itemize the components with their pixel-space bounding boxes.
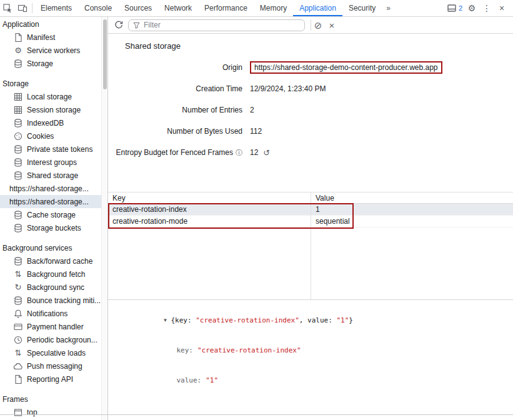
settings-button[interactable]: ⚙ [464,0,479,17]
section-title: Storage [0,76,101,90]
sidebar-item-local-storage[interactable]: Local storage [0,90,101,103]
field-label: Entropy Budget for Fenced Framesⓘ [108,148,242,158]
entry-preview-pane: ▼{key: "creative-rotation-index", value:… [108,299,513,414]
sidebar-item-top-frame[interactable]: top [0,406,101,419]
reset-budget-button undo-icon[interactable]: ↺ [263,148,270,158]
sidebar-item-shared-storage-origin-2[interactable]: https://shared-storage... [0,195,101,208]
column-header-key[interactable]: Key [108,194,311,202]
cloud-icon [13,361,23,371]
column-divider [311,192,311,299]
sidebar-item-background-sync[interactable]: ↻ Background sync [0,281,101,294]
sidebar-item-bounce-tracking[interactable]: Bounce tracking miti... [0,294,101,307]
sidebar-item-shared-storage[interactable]: Shared storage [0,169,101,182]
table-icon [13,92,23,102]
column-header-value[interactable]: Value [311,194,513,202]
database-icon [13,210,23,220]
close-devtools-button[interactable]: × [494,0,509,17]
bytes-value: 112 [250,127,262,136]
sidebar-item-label: Background sync [27,283,84,292]
sidebar-item-storage[interactable]: Storage [0,57,101,70]
delete-x-icon: × [329,21,335,30]
inspect-element-button[interactable] [0,0,15,16]
filter-box[interactable] [128,19,305,31]
entry-value: 1 [311,205,513,214]
tab-memory[interactable]: Memory [254,0,293,16]
refresh-button[interactable] [112,18,126,32]
devices-icon [17,3,27,13]
sidebar-item-cache-storage[interactable]: Cache storage [0,208,101,221]
kebab-icon: ⋮ [482,4,491,12]
sidebar-item-speculative-loads[interactable]: ⇅ Speculative loads [0,346,101,359]
field-row-creation-time: Creation Time 12/9/2024, 1:23:40 PM [108,78,513,99]
database-icon [13,158,23,168]
object-preview-summary: ▼{key: "creative-rotation-index", value:… [113,306,513,336]
up-down-arrows-icon: ⇅ [13,348,23,358]
sidebar-item-label: Speculative loads [27,349,86,358]
entropy-value: 12 [250,148,258,157]
sidebar-item-storage-buckets[interactable]: Storage buckets [0,221,101,234]
sidebar-item-shared-storage-origin-1[interactable]: https://shared-storage... [0,182,101,195]
sidebar-item-label: Back/forward cache [27,257,92,266]
sidebar-item-label: Push messaging [27,362,82,371]
sidebar-item-notifications[interactable]: Notifications [0,307,101,320]
sidebar-item-label: Periodic backgroun... [27,336,97,344]
sidebar-item-label: Notifications [27,309,67,318]
scrollbar-thumb[interactable] [103,19,107,89]
application-sidebar: Application Manifest ⚙ Service workers S… [0,17,101,420]
console-drawer-badge[interactable]: 2 [445,0,464,17]
sidebar-item-back-forward-cache[interactable]: Back/forward cache [0,254,101,268]
sidebar-item-private-state-tokens[interactable]: Private state tokens [0,142,101,156]
more-tabs-button[interactable]: » [382,0,395,16]
bottom-divider [0,414,513,415]
field-label-text: Entropy Budget for Fenced Frames [116,148,233,157]
field-label: Creation Time [108,84,242,93]
clear-all-button[interactable]: ⊘ [311,18,325,32]
sidebar-item-service-workers[interactable]: ⚙ Service workers [0,44,101,57]
preview-token: {key: [171,316,196,324]
field-row-number-of-entries: Number of Entries 2 [108,99,513,121]
card-icon [13,322,23,332]
sidebar-item-label: top [27,408,37,417]
frame-icon [13,408,23,418]
expander-triangle-icon[interactable]: ▼ [162,316,171,326]
sidebar-item-background-fetch[interactable]: ⇅ Background fetch [0,268,101,281]
sidebar-item-reporting-api[interactable]: Reporting API [0,372,101,386]
database-icon [13,118,23,128]
metadata-view: Origin https://shared-storage-demo-conte… [108,57,513,163]
sidebar-scrollbar[interactable] [101,17,108,420]
sidebar-item-periodic-background-sync[interactable]: Periodic backgroun... [0,333,101,346]
more-options-button[interactable]: ⋮ [479,0,494,17]
toolbar-divider [32,3,32,13]
sidebar-item-label: Local storage [27,92,72,101]
sidebar-item-indexeddb[interactable]: IndexedDB [0,116,101,129]
database-icon [13,59,23,69]
gear-icon: ⚙ [468,4,476,12]
device-toolbar-button[interactable] [15,0,30,16]
sidebar-item-cookies[interactable]: Cookies [0,129,101,142]
tab-application[interactable]: Application [293,0,342,16]
sidebar-item-interest-groups[interactable]: Interest groups [0,156,101,169]
sidebar-item-label: https://shared-storage... [9,198,89,206]
tab-console[interactable]: Console [78,0,118,16]
document-icon [13,374,23,384]
sidebar-item-session-storage[interactable]: Session storage [0,103,101,116]
tab-performance[interactable]: Performance [198,0,254,16]
refresh-icon [114,20,124,30]
sidebar-item-manifest[interactable]: Manifest [0,31,101,44]
info-icon[interactable]: ⓘ [236,149,242,156]
sidebar-item-payment-handler[interactable]: Payment handler [0,320,101,333]
tab-security[interactable]: Security [342,0,382,16]
delete-selected-button[interactable]: × [325,18,339,32]
block-icon: ⊘ [314,21,322,30]
sidebar-item-push-messaging[interactable]: Push messaging [0,359,101,372]
entry-key: creative-rotation-mode [108,217,311,226]
tab-sources[interactable]: Sources [118,0,158,16]
filter-input[interactable] [144,21,301,29]
sidebar-item-label: Reporting API [27,375,73,384]
database-icon [13,256,23,266]
database-icon [13,144,23,154]
database-icon [13,296,23,306]
up-down-arrows-icon: ⇅ [13,269,23,279]
tab-network[interactable]: Network [158,0,198,16]
tab-elements[interactable]: Elements [34,0,78,16]
